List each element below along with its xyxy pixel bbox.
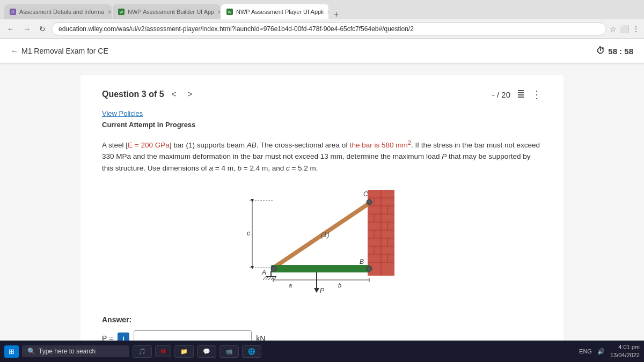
back-arrow-icon: ← <box>11 47 18 55</box>
system-tray: ENG 🔊 4:01 pm 13/04/2022 <box>579 343 640 360</box>
tab-icon-3: w <box>226 9 233 15</box>
search-placeholder: Type here to search <box>39 348 96 355</box>
svg-marker-47 <box>314 288 319 293</box>
address-bar: ← → ↻ ☆ ⬜ ⋮ <box>0 19 644 39</box>
exam-title: M1 Removal Exam for CE <box>21 47 108 55</box>
taskbar-teams[interactable]: 💬 <box>197 345 216 358</box>
question-navigation: Question 3 of 5 < > <box>102 88 195 100</box>
highlight-area: the bar is 580 mm2 <box>350 141 411 149</box>
svg-point-22 <box>271 266 276 271</box>
svg-point-24 <box>367 200 372 205</box>
taskbar-spotify[interactable]: 🎵 <box>133 345 152 358</box>
refresh-button[interactable]: ↻ <box>36 24 48 34</box>
svg-text:P: P <box>320 287 324 294</box>
new-tab-button[interactable]: + <box>330 10 343 19</box>
main-content: Question 3 of 5 < > - / 20 ≣ ⋮ View Poli… <box>80 75 564 362</box>
current-attempt-label: Current Attempt in Progress <box>102 121 542 129</box>
timer-icon: ⏱ <box>596 46 605 56</box>
svg-text:C: C <box>363 190 368 198</box>
highlight-modulus: E = 200 GPa <box>128 141 170 149</box>
clock-time: 4:01 pm <box>610 343 640 351</box>
tab-bar: A Assessment Details and Informa ✕ w NWP… <box>0 0 644 19</box>
problem-text: A steel [E = 200 GPa] bar (1) supports b… <box>102 137 542 174</box>
taskbar-search[interactable]: 🔍 Type here to search <box>22 345 129 357</box>
start-button[interactable]: ⊞ <box>4 345 19 358</box>
address-input[interactable] <box>52 23 606 35</box>
svg-text:a: a <box>289 282 292 289</box>
list-icon[interactable]: ≣ <box>517 88 525 100</box>
svg-point-23 <box>367 266 372 271</box>
svg-text:A: A <box>261 269 266 276</box>
app-header: ← M1 Removal Exam for CE ⏱ 58 : 58 <box>0 39 644 64</box>
prev-question-button[interactable]: < <box>169 88 180 100</box>
tab-icon-2: w <box>118 9 125 15</box>
tab-close-1[interactable]: ✕ <box>107 9 112 15</box>
browser-chrome: A Assessment Details and Informa ✕ w NWP… <box>0 0 644 39</box>
more-options-icon[interactable]: ⋮ <box>531 88 542 101</box>
tab-close-3[interactable]: ✕ <box>327 9 328 15</box>
tab-player[interactable]: w NWP Assessment Player UI Appli ✕ <box>221 4 328 19</box>
forward-button[interactable]: → <box>20 24 33 34</box>
tab-label-2: NWP Assessment Builder UI App <box>128 9 214 15</box>
tab-label-1: Assessment Details and Informa <box>19 9 104 15</box>
back-to-exam-button[interactable]: ← M1 Removal Exam for CE <box>11 47 108 55</box>
taskbar-file[interactable]: 📁 <box>174 345 194 358</box>
svg-text:B: B <box>360 258 364 265</box>
back-button[interactable]: ← <box>4 24 17 34</box>
tab-close-2[interactable]: ✕ <box>217 9 220 15</box>
taskbar-meet[interactable]: 📹 <box>219 345 239 358</box>
tab-label-3: NWP Assessment Player UI Appli <box>236 9 324 15</box>
svg-text:(1): (1) <box>321 231 330 239</box>
score-area: - / 20 ≣ ⋮ <box>492 88 542 101</box>
structure-diagram: (1) c A B <box>231 184 413 302</box>
timer-value: 58 : 58 <box>608 47 633 56</box>
taskbar-chrome[interactable]: 🌐 <box>242 345 261 358</box>
question-label: Question 3 of 5 <box>102 90 164 99</box>
tab-builder[interactable]: w NWP Assessment Builder UI App ✕ <box>113 4 220 19</box>
diagram-container: (1) c A B <box>102 184 542 302</box>
timer-display: ⏱ 58 : 58 <box>596 46 633 56</box>
address-bar-icons: ☆ ⬜ ⋮ <box>610 25 640 33</box>
svg-rect-21 <box>271 265 370 272</box>
search-icon: 🔍 <box>27 348 35 355</box>
svg-text:b: b <box>338 282 341 289</box>
answer-label: Answer: <box>102 315 542 324</box>
tab-assessment-details[interactable]: A Assessment Details and Informa ✕ <box>4 4 112 19</box>
language-indicator: ENG <box>579 348 592 354</box>
taskbar: ⊞ 🔍 Type here to search 🎵 N 📁 💬 📹 🌐 ENG … <box>0 341 644 362</box>
clock-date: 13/04/2022 <box>610 351 640 359</box>
question-header: Question 3 of 5 < > - / 20 ≣ ⋮ <box>102 88 542 101</box>
score-value: - / 20 <box>492 90 510 99</box>
volume-icon: 🔊 <box>597 348 605 355</box>
profile-icon[interactable]: ⬜ <box>620 25 629 33</box>
taskbar-netflix[interactable]: N <box>155 345 171 357</box>
svg-line-27 <box>263 277 266 280</box>
clock: 4:01 pm 13/04/2022 <box>610 343 640 360</box>
svg-text:c: c <box>247 230 250 237</box>
next-question-button[interactable]: > <box>184 88 195 100</box>
view-policies-link[interactable]: View Policies <box>102 109 542 117</box>
tab-icon-1: A <box>10 9 16 15</box>
bookmark-icon[interactable]: ☆ <box>610 25 617 33</box>
menu-icon[interactable]: ⋮ <box>632 25 640 33</box>
